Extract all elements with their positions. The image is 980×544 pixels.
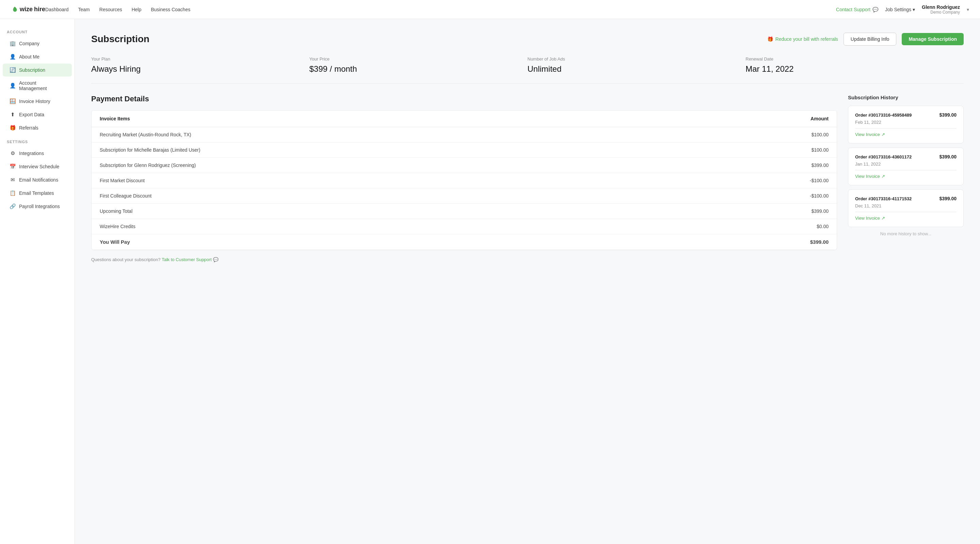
line-item-label: Recruiting Market (Austin-Round Rock, TX… — [92, 127, 665, 143]
upcoming-total-row: Upcoming Total $399.00 — [92, 204, 837, 219]
sidebar-item-invoice-history[interactable]: 🪟 Invoice History — [3, 95, 72, 108]
sidebar-item-export-data[interactable]: ⬆ Export Data — [3, 108, 72, 121]
sidebar-item-interview-schedule[interactable]: 📅 Interview Schedule — [3, 160, 72, 173]
nav-resources[interactable]: Resources — [99, 7, 122, 12]
sidebar-item-about-me[interactable]: 👤 About Me — [3, 50, 72, 63]
upcoming-total-amount: $399.00 — [665, 204, 837, 219]
nav-team[interactable]: Team — [78, 7, 90, 12]
view-invoice-link[interactable]: View Invoice ↗ — [855, 174, 956, 179]
email-notif-icon: ✉ — [10, 177, 16, 183]
manage-subscription-button[interactable]: Manage Subscription — [902, 33, 964, 45]
main-content: Subscription 🎁 Reduce your bill with ref… — [75, 19, 980, 544]
calendar-icon: 📅 — [10, 163, 16, 170]
refresh-icon: 🔄 — [10, 67, 16, 73]
credits-amount: $0.00 — [665, 219, 837, 234]
external-link-icon: ↗ — [881, 174, 885, 179]
credits-row: WizeHire Credits $0.00 — [92, 219, 837, 234]
plan-value: Always Hiring — [91, 64, 309, 74]
sidebar-label-subscription: Subscription — [19, 67, 45, 73]
order-date: Jan 11, 2022 — [855, 162, 956, 167]
talk-to-support-link[interactable]: Talk to Customer Support 💬 — [162, 257, 218, 262]
history-order-row: Order #30173316-45958489 $399.00 — [855, 112, 956, 117]
view-invoice-link[interactable]: View Invoice ↗ — [855, 132, 956, 137]
main-layout: ACCOUNT 🏢 Company 👤 About Me 🔄 Subscript… — [0, 19, 980, 544]
payment-section-title: Payment Details — [91, 95, 837, 103]
line-item-label: First Colleague Discount — [92, 188, 665, 204]
job-settings-dropdown[interactable]: Job Settings ▾ — [885, 7, 915, 12]
contact-support-link[interactable]: Contact Support 💬 — [836, 7, 878, 12]
sidebar-item-company[interactable]: 🏢 Company — [3, 37, 72, 50]
plan-col-job-ads: Number of Job Ads Unlimited — [527, 56, 746, 74]
table-row: Subscription for Michelle Barajas (Limit… — [92, 143, 837, 158]
sidebar-item-email-notifications[interactable]: ✉ Email Notifications — [3, 173, 72, 186]
plan-col-price: Your Price $399 / month — [309, 56, 527, 74]
renewal-label: Renewal Date — [746, 56, 964, 62]
subscription-history-panel: Subscription History Order #30173316-459… — [848, 95, 964, 262]
price-value: $399 / month — [309, 64, 527, 74]
line-item-amount: -$100.00 — [665, 173, 837, 188]
sidebar-item-referrals[interactable]: 🎁 Referrals — [3, 121, 72, 134]
job-ads-label: Number of Job Ads — [527, 56, 746, 62]
export-icon: ⬆ — [10, 111, 16, 117]
you-will-pay-row: You Will Pay $399.00 — [92, 234, 837, 250]
account-section-label: ACCOUNT — [0, 30, 75, 37]
integrations-icon: ⚙ — [10, 150, 16, 156]
upcoming-total-label: Upcoming Total — [92, 204, 665, 219]
sidebar-label-payroll-integrations: Payroll Integrations — [19, 204, 60, 209]
divider — [855, 128, 956, 128]
chevron-down-icon: ▾ — [913, 7, 915, 12]
sidebar-label-email-templates: Email Templates — [19, 190, 54, 196]
update-billing-button[interactable]: Update Billing Info — [843, 33, 897, 46]
footer-note: Questions about your subscription? Talk … — [91, 257, 837, 262]
history-order-row: Order #30173316-41171532 $399.00 — [855, 196, 956, 201]
order-number: Order #30173316-41171532 — [855, 196, 912, 201]
payment-card: Invoice Items Amount Recruiting Market (… — [91, 110, 837, 250]
sidebar: ACCOUNT 🏢 Company 👤 About Me 🔄 Subscript… — [0, 19, 75, 544]
sidebar-item-account-management[interactable]: 👤 Account Management — [3, 77, 72, 95]
nav-business-coaches[interactable]: Business Coaches — [151, 7, 190, 12]
order-number: Order #30173316-45958489 — [855, 113, 912, 117]
history-card: Order #30173316-45958489 $399.00 Feb 11,… — [848, 106, 964, 143]
user-menu[interactable]: Glenn Rodriguez Demo Company — [922, 5, 960, 14]
you-will-pay-amount: $399.00 — [665, 234, 837, 250]
referral-link[interactable]: 🎁 Reduce your bill with referrals — [767, 36, 838, 42]
logo[interactable]: wizehire — [11, 6, 45, 13]
table-row: First Market Discount -$100.00 — [92, 173, 837, 188]
no-more-history: No more history to show... — [848, 231, 964, 236]
line-item-label: Subscription for Michelle Barajas (Limit… — [92, 143, 665, 158]
line-item-amount: $100.00 — [665, 143, 837, 158]
payment-details-section: Payment Details Invoice Items Amount Rec… — [91, 95, 837, 262]
plan-summary: Your Plan Always Hiring Your Price $399 … — [91, 56, 964, 84]
order-date: Dec 11, 2021 — [855, 203, 956, 208]
view-invoice-link[interactable]: View Invoice ↗ — [855, 216, 956, 220]
sidebar-label-email-notifications: Email Notifications — [19, 177, 58, 182]
sidebar-label-export-data: Export Data — [19, 112, 44, 117]
invoice-table: Invoice Items Amount Recruiting Market (… — [92, 111, 837, 250]
account-mgmt-icon: 👤 — [10, 82, 16, 89]
nav-dashboard[interactable]: Dashboard — [45, 7, 69, 12]
sidebar-item-subscription[interactable]: 🔄 Subscription — [3, 63, 72, 76]
invoice-icon: 🪟 — [10, 98, 16, 105]
sidebar-item-email-templates[interactable]: 📋 Email Templates — [3, 187, 72, 200]
gift-referral-icon: 🎁 — [767, 36, 773, 42]
payroll-icon: 🔗 — [10, 203, 16, 209]
user-chevron-icon: ▾ — [967, 7, 969, 12]
sidebar-item-integrations[interactable]: ⚙ Integrations — [3, 147, 72, 160]
top-navigation: wizehire Dashboard Team Resources Help B… — [0, 0, 980, 19]
template-icon: 📋 — [10, 190, 16, 196]
you-will-pay-label: You Will Pay — [92, 234, 665, 250]
sidebar-label-referrals: Referrals — [19, 125, 38, 130]
renewal-value: Mar 11, 2022 — [746, 64, 964, 74]
user-company: Demo Company — [930, 10, 960, 14]
nav-help[interactable]: Help — [132, 7, 142, 12]
company-icon: 🏢 — [10, 40, 16, 47]
job-ads-value: Unlimited — [527, 64, 746, 74]
chat-icon: 💬 — [872, 7, 878, 12]
user-name: Glenn Rodriguez — [922, 5, 960, 10]
sidebar-label-company: Company — [19, 41, 40, 46]
divider — [855, 212, 956, 212]
header-actions: 🎁 Reduce your bill with referrals Update… — [767, 33, 964, 46]
external-link-icon: ↗ — [881, 132, 885, 137]
page-title: Subscription — [91, 34, 767, 44]
sidebar-item-payroll-integrations[interactable]: 🔗 Payroll Integrations — [3, 200, 72, 213]
